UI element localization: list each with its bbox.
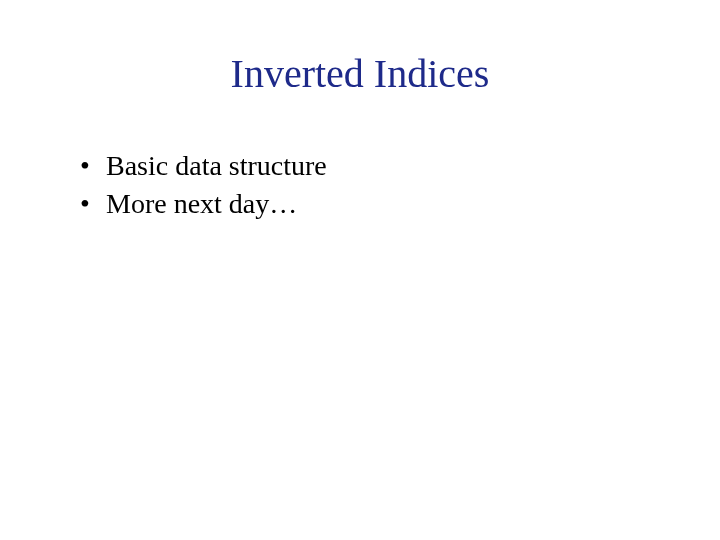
slide-container: Inverted Indices Basic data structure Mo…	[0, 0, 720, 540]
bullet-list: Basic data structure More next day…	[60, 147, 660, 223]
list-item: Basic data structure	[80, 147, 660, 185]
list-item: More next day…	[80, 185, 660, 223]
slide-title: Inverted Indices	[60, 50, 660, 97]
